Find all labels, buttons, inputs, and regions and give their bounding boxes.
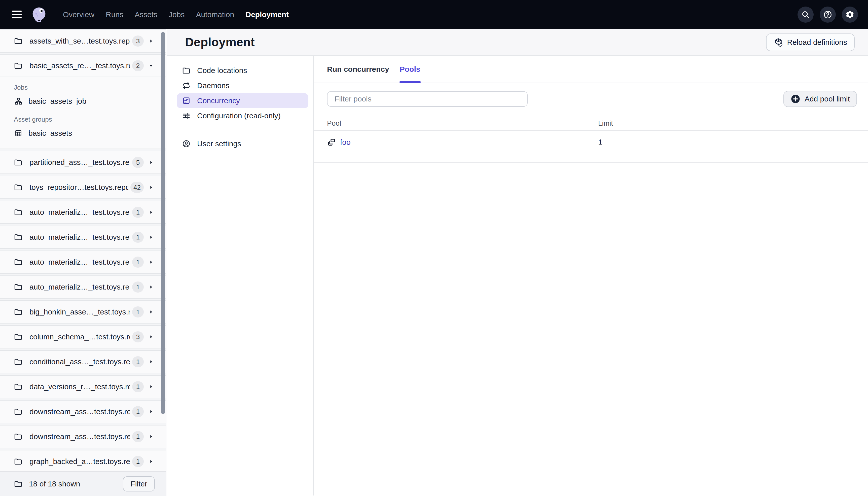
- top-nav-actions: [798, 6, 858, 23]
- chevron-right-icon[interactable]: [148, 309, 154, 315]
- folder-icon: [14, 208, 22, 217]
- code-location-row[interactable]: graph_backed_a…test.toys.repo1: [0, 450, 166, 472]
- limit-cell: 1: [592, 131, 868, 162]
- chevron-right-icon[interactable]: [148, 408, 154, 415]
- folder-icon: [14, 383, 22, 391]
- concurrency-tabs: Run concurrencyPools: [314, 56, 868, 83]
- filter-pools-input[interactable]: [327, 91, 528, 107]
- chevron-right-icon[interactable]: [148, 259, 154, 265]
- tab-run-concurrency[interactable]: Run concurrency: [327, 56, 389, 82]
- code-location-row[interactable]: basic_assets_re…_test.toys.rep2: [0, 55, 166, 77]
- section-label: Jobs: [14, 83, 166, 91]
- code-location-row[interactable]: toys_repositor…test.toys.repo42: [0, 176, 166, 198]
- job-icon: [14, 97, 22, 105]
- job-item[interactable]: basic_assets_job: [0, 93, 166, 109]
- chevron-down-icon[interactable]: [148, 62, 154, 69]
- asset-count-badge: 1: [132, 207, 144, 218]
- daemons-icon: [182, 81, 191, 90]
- sidebar-footer: 18 of 18 shown Filter: [0, 471, 166, 496]
- chevron-right-icon[interactable]: [148, 284, 154, 290]
- chevron-right-icon[interactable]: [148, 433, 154, 440]
- subnav-item-user-settings[interactable]: User settings: [177, 136, 309, 151]
- pool-link[interactable]: foo: [327, 138, 351, 147]
- top-navigation: OverviewRunsAssetsJobsAutomationDeployme…: [0, 0, 868, 29]
- top-nav-item-overview[interactable]: Overview: [63, 10, 94, 19]
- chevron-right-icon[interactable]: [148, 184, 154, 190]
- subnav-item-label: Daemons: [197, 81, 229, 90]
- dagster-logo-icon[interactable]: [30, 5, 48, 24]
- chevron-right-icon[interactable]: [148, 358, 154, 365]
- asset-count-badge: 1: [132, 281, 144, 293]
- settings-button[interactable]: [842, 6, 858, 23]
- asset-group-icon: [14, 129, 22, 137]
- subnav-item-daemons[interactable]: Daemons: [177, 78, 309, 93]
- code-location-row[interactable]: downstream_ass…test.toys.rep1: [0, 401, 166, 423]
- folder-icon: [182, 66, 191, 75]
- folder-icon: [14, 383, 22, 391]
- reload-definitions-button[interactable]: Reload definitions: [766, 33, 855, 51]
- page-header: Deployment Reload definitions: [167, 29, 868, 56]
- code-location-label: conditional_ass…_test.toys.repo: [29, 358, 130, 366]
- code-location-row[interactable]: assets_with_se…test.toys.repo3: [0, 30, 166, 52]
- folder-icon: [14, 480, 22, 488]
- asset-count-badge: 1: [132, 406, 144, 417]
- help-button[interactable]: [820, 6, 836, 23]
- folder-icon: [14, 432, 22, 441]
- chevron-right-icon[interactable]: [148, 209, 154, 216]
- chevron-right-icon[interactable]: [148, 334, 154, 340]
- asset-group-item[interactable]: basic_assets: [0, 125, 166, 141]
- code-location-row[interactable]: column_schema_…test.toys.rep3: [0, 326, 166, 348]
- user-icon: [182, 139, 191, 148]
- deployment-body: Code locationsDaemonsConcurrencyConfigur…: [167, 56, 868, 496]
- subnav-item-code-locations[interactable]: Code locations: [177, 63, 309, 78]
- code-location-row[interactable]: partitioned_ass…_test.toys.rep5: [0, 151, 166, 173]
- asset-count-badge: 1: [132, 257, 144, 268]
- gear-icon: [845, 10, 854, 19]
- search-button[interactable]: [798, 6, 814, 23]
- top-nav-item-automation[interactable]: Automation: [196, 10, 234, 19]
- top-nav-item-assets[interactable]: Assets: [135, 10, 157, 19]
- pools-table-body: foo1: [314, 131, 868, 163]
- chevron-right-icon[interactable]: [148, 234, 154, 241]
- code-location-row[interactable]: conditional_ass…_test.toys.repo1: [0, 351, 166, 373]
- top-nav-item-runs[interactable]: Runs: [106, 10, 123, 19]
- subnav-item-configuration-read-only-[interactable]: Configuration (read-only): [177, 108, 309, 123]
- code-location-row[interactable]: big_honkin_asse…_test.toys.rep1: [0, 301, 166, 323]
- code-location-section: partitioned_ass…_test.toys.rep5: [0, 151, 166, 174]
- add-pool-limit-button[interactable]: Add pool limit: [784, 91, 857, 107]
- chevron-right-icon[interactable]: [148, 159, 154, 166]
- top-nav-items: OverviewRunsAssetsJobsAutomationDeployme…: [63, 10, 289, 19]
- subnav-item-label: Code locations: [197, 66, 247, 75]
- subnav-item-concurrency[interactable]: Concurrency: [177, 93, 309, 108]
- code-location-label: downstream_ass…test.toys.rep: [29, 432, 130, 441]
- top-nav-item-deployment[interactable]: Deployment: [246, 10, 289, 19]
- user-icon: [182, 139, 191, 148]
- folder-icon: [14, 37, 22, 45]
- code-location-row[interactable]: data_versions_r…_test.toys.rep1: [0, 376, 166, 398]
- code-location-row[interactable]: auto_materializ…_test.toys.repo1: [0, 201, 166, 223]
- chevron-right-icon[interactable]: [148, 38, 154, 44]
- sidebar-scrollbar[interactable]: [161, 32, 165, 414]
- tab-pools[interactable]: Pools: [400, 56, 421, 82]
- dagster-app: OverviewRunsAssetsJobsAutomationDeployme…: [0, 0, 868, 496]
- code-location-row[interactable]: auto_materializ…_test.toys.repo1: [0, 276, 166, 298]
- item-label: basic_assets_job: [29, 97, 86, 106]
- filter-button[interactable]: Filter: [123, 476, 155, 492]
- asset-count-badge: 42: [130, 182, 144, 193]
- code-location-label: auto_materializ…_test.toys.repo: [29, 258, 130, 266]
- code-location-section: assets_with_se…test.toys.repo3: [0, 29, 166, 52]
- chevron-right-icon[interactable]: [148, 384, 154, 390]
- folder-icon: [14, 308, 22, 316]
- menu-icon[interactable]: [12, 9, 22, 20]
- code-location-row[interactable]: auto_materializ…_test.toys.repo1: [0, 226, 166, 248]
- folder-icon: [14, 308, 22, 316]
- code-location-row[interactable]: downstream_ass…test.toys.rep1: [0, 425, 166, 448]
- limit-column-header: Limit: [592, 119, 868, 127]
- folder-icon: [14, 283, 22, 291]
- top-nav-item-jobs[interactable]: Jobs: [169, 10, 185, 19]
- code-location-row[interactable]: auto_materializ…_test.toys.repo1: [0, 251, 166, 273]
- chevron-right-icon[interactable]: [148, 458, 154, 465]
- asset-group-icon: [14, 129, 22, 137]
- subnav-divider: [172, 130, 309, 130]
- section-label: Asset groups: [14, 115, 166, 123]
